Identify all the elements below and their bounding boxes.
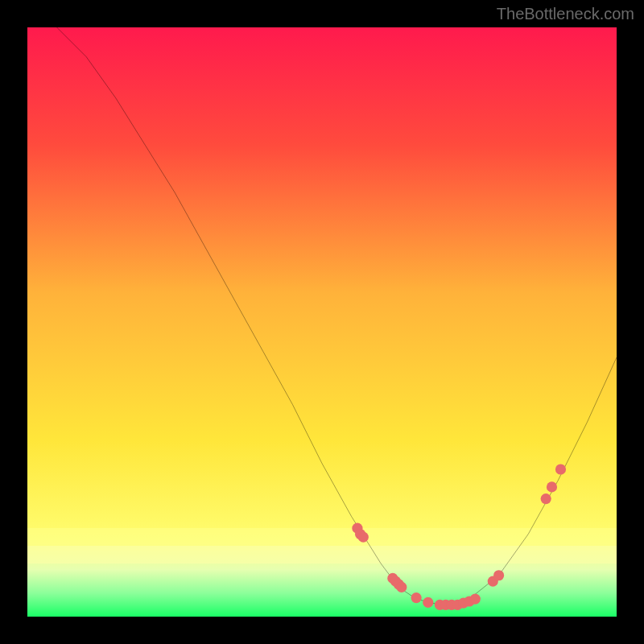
chart-area	[27, 27, 617, 617]
data-marker	[411, 592, 422, 603]
data-marker	[493, 570, 504, 580]
curve-path	[57, 27, 617, 605]
data-marker	[470, 593, 481, 604]
data-marker	[396, 582, 407, 592]
data-marker	[541, 493, 551, 504]
data-marker	[547, 481, 557, 492]
marker-group	[352, 464, 566, 610]
data-marker	[358, 532, 369, 543]
data-marker	[423, 597, 433, 608]
data-marker	[555, 464, 566, 474]
chart-svg	[27, 27, 617, 617]
watermark-text: TheBottleneck.com	[497, 5, 634, 23]
